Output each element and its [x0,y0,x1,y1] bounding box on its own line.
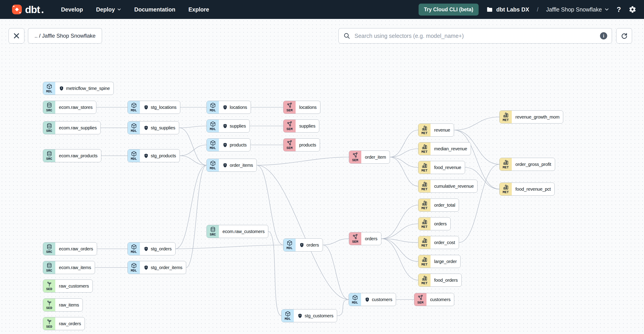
node-type-badge: MET [500,183,512,195]
node-revenue_met[interactable]: METrevenue [418,124,454,137]
node-type-badge: MDL [207,139,219,151]
lineage-canvas[interactable]: MDLmetricflow_time_spineSRCecom.raw_stor… [0,19,644,334]
node-stg_products[interactable]: MDLstg_products [128,149,180,162]
node-type-badge: MET [418,180,430,192]
node-orders_met[interactable]: METorders [418,217,450,230]
node-locations_sem[interactable]: SEMlocations [283,101,320,114]
shield-icon [222,142,228,148]
metric-icon [422,275,428,281]
node-type-badge: SRC [43,101,55,114]
node-stg_locations[interactable]: MDLstg_locations [128,101,180,114]
cube-icon [285,311,291,317]
cube-icon [286,240,293,246]
node-food_revenue_met[interactable]: METfood_revenue [418,161,465,174]
node-stg_orders[interactable]: MDLstg_orders [128,242,176,255]
node-label: revenue_growth_mom [516,115,560,120]
cube-icon [131,102,137,108]
search-input[interactable] [354,32,596,39]
semantic-model-icon [286,121,293,127]
node-stg_supplies[interactable]: MDLstg_supplies [128,121,179,134]
node-products_mdl[interactable]: MDLproducts [206,138,250,152]
node-type-badge: MDL [128,242,140,255]
database-icon [46,123,52,129]
node-supplies_sem[interactable]: SEMsupplies [283,120,319,133]
node-products_sem[interactable]: SEMproducts [283,138,320,152]
node-src_raw_orders[interactable]: SRCecom.raw_orders [43,242,97,255]
info-icon[interactable]: i [600,32,607,39]
metric-icon [422,125,428,131]
node-label: large_order [434,259,457,264]
node-type-badge: SEM [284,139,296,151]
node-src_raw_products[interactable]: SRCecom.raw_products [43,149,101,162]
node-order_cost_met[interactable]: METorder_cost [418,236,459,249]
node-type-badge: MDL [207,120,219,132]
node-revenue_growth_mom_met[interactable]: METrevenue_growth_mom [499,110,563,124]
node-metricflow_time_spine[interactable]: MDLmetricflow_time_spine [43,82,114,95]
node-src_raw_customers[interactable]: SRCecom.raw_customers [206,225,268,238]
node-type-badge: MDL [282,310,294,322]
node-median_revenue_met[interactable]: METmedian_revenue [418,142,471,155]
node-label: cumulative_revenue [434,184,474,189]
close-button[interactable] [8,28,24,43]
menu-item-deploy[interactable]: Deploy [96,6,121,13]
node-food_orders_met[interactable]: METfood_orders [418,274,462,287]
account-breadcrumb[interactable]: dbt Labs DX [486,6,529,13]
node-type-badge: MET [418,274,430,287]
node-customers_mdl[interactable]: MDLcustomers [349,293,396,306]
node-label: order_cost [434,240,455,245]
cube-icon [131,123,137,129]
project-selector[interactable]: Jaffle Shop Snowflake [546,6,609,13]
refresh-button[interactable] [616,28,632,43]
node-cumulative_revenue_met[interactable]: METcumulative_revenue [418,180,478,193]
node-label: order_total [434,203,455,208]
node-order_gross_profit_met[interactable]: METorder_gross_profit [499,158,555,171]
node-type-badge: MET [418,255,430,268]
node-customers_sem[interactable]: SEMcustomers [414,293,454,306]
metric-icon [503,112,509,118]
dbt-logo[interactable]: dbt [12,4,43,15]
node-src_raw_supplies[interactable]: SRCecom.raw_supplies [43,121,101,134]
node-stg_customers[interactable]: MDLstg_customers [282,309,337,322]
gear-icon[interactable] [629,6,636,13]
node-type-badge: SRC [43,242,55,255]
node-type-badge: SED [43,317,55,330]
seed-icon [46,281,52,287]
help-icon[interactable]: ? [617,6,621,13]
node-supplies_mdl[interactable]: MDLsupplies [206,120,250,133]
node-label: food_orders [434,278,458,283]
try-cloud-cli-button[interactable]: Try Cloud CLI (beta) [418,3,479,15]
menu-item-explore[interactable]: Explore [188,6,209,13]
node-label: median_revenue [434,146,467,152]
node-src_raw_items[interactable]: SRCecom.raw_items [43,261,95,274]
shield-icon [222,123,228,129]
node-food_revenue_pct_met[interactable]: METfood_revenue_pct [499,182,555,196]
menu-item-develop[interactable]: Develop [61,6,83,13]
node-order_total_met[interactable]: METorder_total [418,198,459,212]
node-stg_order_items[interactable]: MDLstg_order_items [128,261,186,274]
node-large_order_met[interactable]: METlarge_order [418,255,460,268]
menu-item-documentation[interactable]: Documentation [134,6,175,13]
node-order_items_mdl[interactable]: MDLorder_items [206,159,257,172]
cube-icon [210,102,216,108]
node-label: products [299,143,316,148]
node-src_raw_stores[interactable]: SRCecom.raw_stores [43,101,96,114]
node-seed_raw_items[interactable]: SEDraw_items [43,298,83,312]
node-orders_mdl[interactable]: MDLorders [283,238,323,252]
navbar-right-cluster: Try Cloud CLI (beta) dbt Labs DX / Jaffl… [418,3,636,15]
node-type-badge: MDL [207,101,219,114]
node-type-badge: MDL [128,122,140,134]
node-label: ecom.raw_orders [59,246,93,252]
node-orders_sem[interactable]: SEMorders [349,232,381,245]
node-label: orders [434,221,447,226]
node-seed_raw_customers[interactable]: SEDraw_customers [43,280,93,293]
node-type-badge: MDL [128,150,140,162]
graph-breadcrumb[interactable]: .. / Jaffle Shop Snowflake [28,28,102,43]
node-order_item_sem[interactable]: SEMorder_item [349,151,390,164]
node-type-badge: MDL [128,261,140,274]
node-locations_mdl[interactable]: MDLlocations [206,101,251,114]
shield-icon [222,163,228,168]
node-seed_raw_orders[interactable]: SEDraw_orders [43,317,85,330]
node-label: order_item [365,155,386,160]
dbt-explorer-window: dbt Develop Deploy Documentation Explore… [0,0,644,334]
node-type-badge: SEM [349,232,361,245]
